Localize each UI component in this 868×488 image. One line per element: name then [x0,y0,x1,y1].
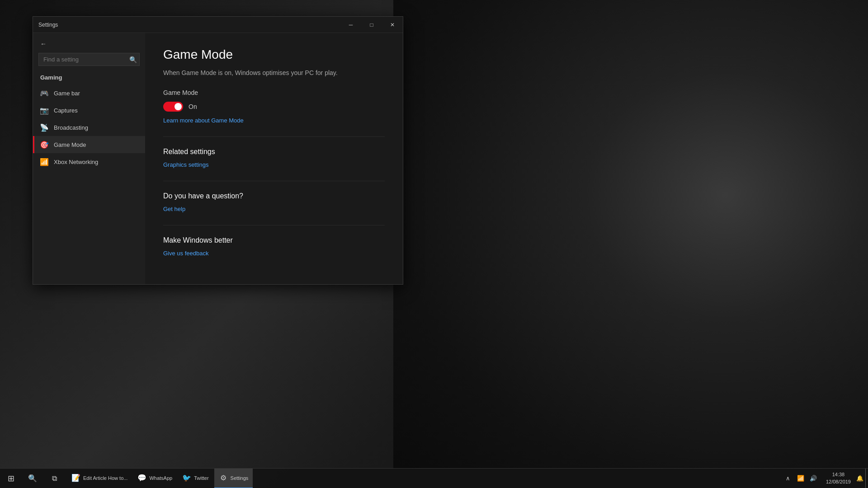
sidebar-item-xbox-networking[interactable]: 📶 Xbox Networking [33,153,145,170]
feedback-heading: Make Windows better [163,236,385,244]
divider-1 [163,136,385,137]
taskbar-search-button[interactable]: 🔍 [22,469,43,488]
sidebar-item-label: Game bar [54,90,80,97]
give-feedback-link[interactable]: Give us feedback [163,250,385,257]
toggle-row: On [163,102,385,112]
taskbar-app-settings[interactable]: ⚙ Settings [214,469,253,488]
question-group: Do you have a question? Get help [163,192,385,212]
game-mode-icon: 🎯 [40,141,48,149]
edit-article-icon: 📝 [71,474,80,483]
sidebar-item-game-mode[interactable]: 🎯 Game Mode [33,136,145,153]
related-settings-group: Related settings Graphics settings [163,148,385,168]
game-mode-setting-group: Game Mode On Learn more about Game Mode [163,89,385,124]
sidebar-section-label: Gaming [33,71,145,84]
toggle-thumb [175,103,182,110]
minimize-button[interactable]: ─ [340,17,361,33]
sidebar-item-label: Game Mode [54,141,86,148]
start-button[interactable]: ⊞ [0,469,22,488]
broadcasting-icon: 📡 [40,123,48,131]
graphics-settings-link[interactable]: Graphics settings [163,161,385,168]
taskbar-apps: 📝 Edit Article How to... 💬 WhatsApp 🐦 Tw… [65,469,779,488]
sidebar-item-label: Captures [54,107,78,114]
question-heading: Do you have a question? [163,192,385,200]
search-box: 🔍 [38,53,140,66]
divider-2 [163,181,385,181]
window-title: Settings [38,22,58,28]
task-view-button[interactable]: ⧉ [43,469,65,488]
divider-3 [163,225,385,225]
back-button[interactable]: ← [33,37,145,51]
taskbar-app-twitter[interactable]: 🐦 Twitter [178,469,213,488]
sidebar-item-broadcasting[interactable]: 📡 Broadcasting [33,119,145,136]
taskbar-app-label: WhatsApp [149,475,172,481]
taskbar-clock[interactable]: 14:38 12/08/2019 [822,471,854,485]
search-icon[interactable]: 🔍 [129,56,137,63]
taskbar: ⊞ 🔍 ⧉ 📝 Edit Article How to... 💬 WhatsAp… [0,468,868,488]
captures-icon: 📷 [40,106,48,114]
taskbar-app-whatsapp[interactable]: 💬 WhatsApp [133,469,177,488]
page-title: Game Mode [163,47,385,62]
sidebar-item-game-bar[interactable]: 🎮 Game bar [33,84,145,102]
whatsapp-icon: 💬 [137,474,146,483]
game-mode-toggle[interactable] [163,102,183,112]
search-input[interactable] [38,53,140,66]
sidebar: ← 🔍 Gaming 🎮 Game bar 📷 Captures 📡 Broad… [33,33,145,284]
notification-chevron-icon[interactable]: ∧ [783,469,793,488]
settings-icon: ⚙ [219,474,228,483]
get-help-link[interactable]: Get help [163,206,385,212]
maximize-button[interactable]: □ [361,17,382,33]
start-icon: ⊞ [8,474,14,483]
page-description: When Game Mode is on, Windows optimises … [163,69,385,76]
taskbar-app-edit-article[interactable]: 📝 Edit Article How to... [67,469,132,488]
toggle-state-text: On [189,103,197,110]
back-arrow-icon: ← [40,40,47,47]
taskbar-system-tray: ∧ 📶 🔊 [779,469,822,488]
clock-time: 14:38 [832,471,845,478]
task-view-icon: ⧉ [52,474,57,483]
sidebar-item-captures[interactable]: 📷 Captures [33,102,145,119]
game-mode-label: Game Mode [163,89,385,96]
learn-more-link[interactable]: Learn more about Game Mode [163,117,385,124]
taskbar-app-label: Edit Article How to... [83,475,127,481]
game-bar-icon: 🎮 [40,89,48,97]
title-bar: Settings ─ □ ✕ [33,17,403,33]
xbox-networking-icon: 📶 [40,158,48,166]
clock-date: 12/08/2019 [826,479,851,485]
related-settings-heading: Related settings [163,148,385,156]
close-button[interactable]: ✕ [382,17,403,33]
sidebar-item-label: Xbox Networking [54,159,98,165]
sidebar-item-label: Broadcasting [54,124,88,131]
twitter-icon: 🐦 [182,474,191,483]
taskbar-app-label: Twitter [194,475,208,481]
taskbar-app-label: Settings [231,475,249,481]
title-bar-controls: ─ □ ✕ [340,17,403,33]
network-icon[interactable]: 📶 [795,469,806,488]
volume-icon[interactable]: 🔊 [808,469,819,488]
feedback-group: Make Windows better Give us feedback [163,236,385,257]
settings-window: Settings ─ □ ✕ ← 🔍 Gaming 🎮 Game ba [33,16,403,285]
window-body: ← 🔍 Gaming 🎮 Game bar 📷 Captures 📡 Broad… [33,33,403,284]
notification-icon[interactable]: 🔔 [854,469,865,488]
main-content: Game Mode When Game Mode is on, Windows … [145,33,403,284]
toggle-track [163,102,183,112]
taskbar-search-icon: 🔍 [28,474,37,483]
show-desktop-button[interactable] [865,469,868,488]
